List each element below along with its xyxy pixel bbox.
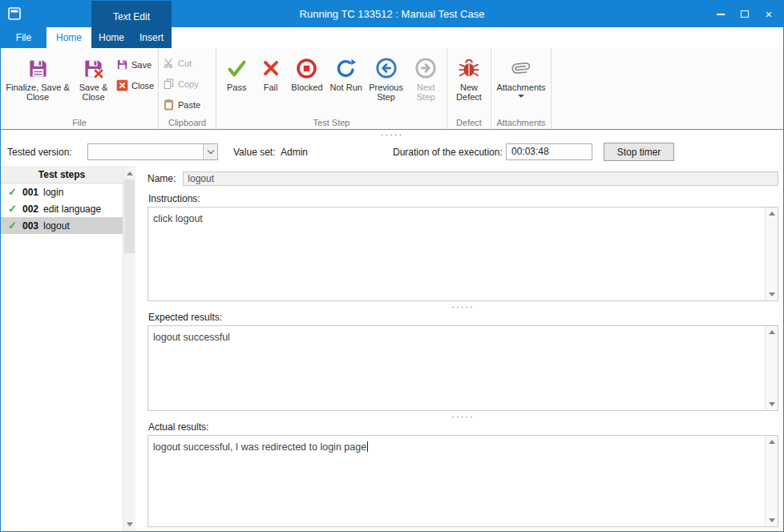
scroll-down-button[interactable] [766, 514, 778, 526]
ribbon-group-test-step: Pass Fail Blocked Not Run [216, 48, 447, 129]
expected-scrollbar[interactable] [765, 326, 778, 410]
steps-scrollbar[interactable] [123, 166, 135, 531]
tested-version-value [88, 144, 203, 159]
save-icon [116, 58, 128, 72]
instructions-label: Instructions: [148, 193, 778, 204]
scrollbar-thumb[interactable] [124, 179, 135, 253]
step-editor: Name: logout Instructions: click logout … [135, 166, 783, 531]
actual-results-textarea[interactable]: logout successful, I was redirected to l… [148, 435, 778, 527]
scissors-icon [163, 57, 175, 71]
button-label: Copy [178, 79, 199, 89]
name-input[interactable]: logout [183, 171, 778, 186]
next-step-button[interactable]: Next Step [407, 50, 445, 119]
minimize-icon [717, 14, 725, 15]
attachments-button[interactable]: Attachments [494, 50, 548, 119]
scroll-up-button[interactable] [766, 208, 778, 220]
stop-timer-button[interactable]: Stop timer [604, 143, 674, 161]
group-label-test-step: Test Step [216, 118, 447, 127]
save-button[interactable]: Save [115, 54, 156, 75]
combobox-dropdown-button[interactable] [203, 144, 217, 159]
close-button[interactable]: Close [115, 75, 156, 96]
button-label: Save & Close [72, 83, 115, 102]
chevron-down-icon [207, 147, 213, 154]
close-window-button[interactable]: × [757, 1, 781, 27]
actual-scrollbar[interactable] [765, 436, 778, 526]
previous-step-button[interactable]: Previous Step [365, 50, 406, 119]
execution-toolbar: Tested version: Value set: Admin Duratio… [1, 139, 783, 166]
button-label: Not Run [330, 83, 362, 92]
arrow-up-icon [769, 330, 775, 334]
duration-input[interactable]: 00:03:48 [506, 143, 592, 160]
new-defect-button[interactable]: New Defect [450, 50, 488, 119]
pass-button[interactable]: Pass [219, 50, 254, 119]
arrow-up-icon [127, 171, 133, 175]
tab-file[interactable]: File [1, 27, 46, 48]
expected-results-label: Expected results: [148, 312, 778, 323]
fail-cross-icon [261, 55, 281, 81]
instructions-textarea[interactable]: click logout [148, 207, 778, 301]
minimize-button[interactable] [709, 1, 733, 27]
next-step-icon [414, 55, 437, 81]
button-label: Stop timer [617, 147, 661, 158]
maximize-button[interactable] [733, 1, 757, 27]
copy-icon [163, 78, 175, 91]
step-name: login [43, 187, 63, 198]
fail-button[interactable]: Fail [254, 50, 286, 119]
previous-step-icon [375, 55, 398, 81]
tab-texedit-home[interactable]: Home [91, 27, 131, 48]
floppy-disk-icon [27, 55, 49, 81]
close-icon: × [766, 7, 773, 21]
test-steps-header: Test steps [1, 166, 123, 183]
tab-texedit-insert[interactable]: Insert [131, 27, 172, 48]
not-run-button[interactable]: Not Run [327, 50, 365, 119]
button-label: Previous Step [365, 83, 406, 102]
button-label: Attachments [496, 83, 545, 92]
scroll-down-button[interactable] [123, 518, 135, 530]
tab-home-selected[interactable]: Home [46, 27, 91, 48]
contextual-tab-group-header: Text Edit [91, 1, 172, 27]
test-step-row-3-selected[interactable]: ✓ 003 logout [1, 217, 123, 234]
group-label-attachments: Attachments [491, 118, 551, 127]
scroll-down-button[interactable] [766, 288, 778, 300]
value-set-value: Admin [281, 147, 308, 158]
splitter-dots: ····· [451, 412, 474, 421]
step-passed-icon: ✓ [8, 186, 18, 198]
blocked-stop-icon [296, 55, 317, 81]
step-passed-icon: ✓ [8, 220, 18, 232]
tested-version-combobox[interactable] [87, 143, 218, 160]
ribbon-group-clipboard: Cut Copy Paste Clipboard [159, 48, 216, 129]
body: Test steps ✓ 001 login ✓ 002 edit langua… [1, 166, 783, 531]
scroll-up-button[interactable] [123, 167, 135, 179]
value-set-label: Value set: [233, 147, 275, 158]
scroll-up-button[interactable] [766, 326, 778, 338]
actual-results-label: Actual results: [148, 421, 778, 433]
copy-button[interactable]: Copy [161, 74, 211, 95]
name-label: Name: [148, 173, 176, 184]
scroll-up-button[interactable] [766, 436, 778, 448]
section-splitter[interactable]: ····· [148, 411, 778, 421]
tested-version-label: Tested version: [7, 147, 72, 158]
splitter-dots: ····· [451, 302, 474, 312]
arrow-down-icon [769, 402, 775, 406]
test-step-row-2[interactable]: ✓ 002 edit language [1, 200, 123, 217]
test-steps-panel: Test steps ✓ 001 login ✓ 002 edit langua… [1, 166, 135, 531]
splitter-dots: ····· [381, 130, 403, 139]
test-step-row-1[interactable]: ✓ 001 login [1, 183, 123, 200]
arrow-down-icon [127, 522, 133, 526]
blocked-button[interactable]: Blocked [287, 50, 327, 119]
section-splitter[interactable]: ····· [148, 301, 778, 312]
save-and-close-button[interactable]: Save & Close [72, 50, 115, 119]
actual-results-text: logout successful, I was redirected to l… [153, 441, 366, 453]
expected-results-textarea[interactable]: logout successful [148, 325, 778, 411]
paste-button[interactable]: Paste [161, 95, 211, 115]
scroll-down-button[interactable] [766, 398, 778, 410]
step-name: edit language [43, 204, 101, 215]
cut-button[interactable]: Cut [161, 53, 211, 74]
titlebar: Running TC 133512 : Manual Test Case Tex… [1, 1, 783, 27]
floppy-disk-close-icon [83, 55, 104, 81]
ribbon-splitter-handle[interactable]: ····· [1, 130, 783, 139]
button-label: Save [131, 60, 152, 70]
finalize-save-close-button[interactable]: Finalize, Save & Close [3, 50, 72, 119]
instructions-scrollbar[interactable] [765, 208, 778, 300]
step-number: 002 [22, 204, 38, 215]
